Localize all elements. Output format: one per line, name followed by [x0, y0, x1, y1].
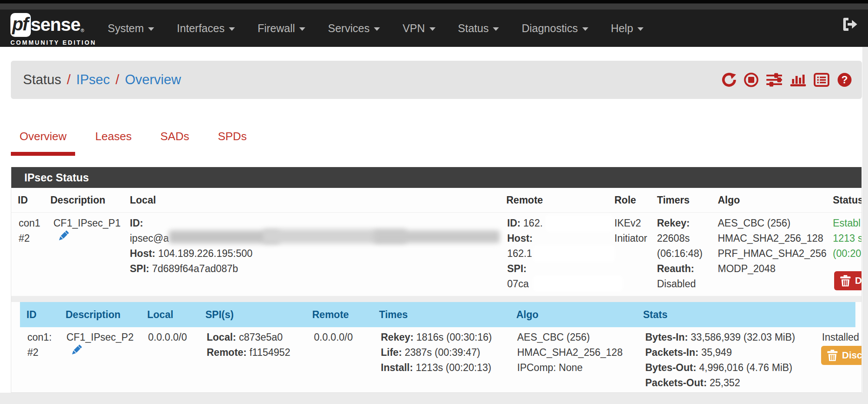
- menu-vpn[interactable]: VPN: [391, 22, 446, 35]
- bar-chart-icon[interactable]: [790, 72, 806, 87]
- tab-spds[interactable]: SPDs: [209, 124, 255, 156]
- ipsec-tabs: Overview Leases SADs SPDs: [11, 124, 267, 156]
- menu-vpn-label: VPN: [403, 22, 425, 35]
- redaction-box: [535, 246, 614, 261]
- redaction-box: [547, 216, 612, 230]
- p2-algo-cell: AES_CBC (256) HMAC_SHA2_256_128 IPComp: …: [517, 330, 623, 375]
- breadcrumb-separator: /: [67, 72, 71, 88]
- p1-col-local: Local: [130, 188, 156, 213]
- chevron-down-icon: [637, 27, 644, 31]
- p1-local-cell: ID: ipsec@a Host: 104.189.226.195:500 SP…: [130, 216, 253, 276]
- p1-timers-cell: Rekey: 22608s (06:16:48) Reauth: Disable…: [657, 216, 703, 292]
- menu-firewall[interactable]: Firewall: [246, 22, 317, 35]
- p2-spis-cell: Local: c873e5a0 Remote: f1154952: [207, 330, 290, 360]
- tab-overview[interactable]: Overview: [11, 124, 75, 156]
- divider: [11, 212, 861, 213]
- p1-col-description: Description: [50, 188, 106, 213]
- breadcrumb-section: Status: [23, 72, 61, 88]
- tab-leases[interactable]: Leases: [86, 124, 140, 156]
- menu-interfaces-label: Interfaces: [177, 22, 224, 35]
- breadcrumb-link-overview[interactable]: Overview: [125, 72, 181, 88]
- p2-col-local: Local: [147, 302, 173, 327]
- chevron-down-icon: [148, 27, 154, 31]
- breadcrumb-link-ipsec[interactable]: IPsec: [76, 72, 110, 88]
- p2-description-cell: CF1_IPsec_P2: [66, 330, 134, 345]
- chevron-down-icon: [299, 27, 305, 31]
- menu-interfaces[interactable]: Interfaces: [165, 22, 246, 35]
- trash-icon: [827, 350, 838, 361]
- p2-local-cell: 0.0.0.0/0: [148, 330, 187, 345]
- menu-system-label: System: [108, 22, 144, 35]
- p1-algo-cell: AES_CBC (256) HMAC_SHA2_256_128 PRF_HMAC…: [718, 216, 827, 276]
- p1-description-cell: CF1_IPsec_P1: [53, 216, 121, 231]
- tab-sads[interactable]: SADs: [152, 124, 198, 156]
- svg-text:?: ?: [842, 74, 848, 85]
- logo-sense-text: sense: [31, 16, 80, 34]
- top-navbar: pf sense ® COMMUNITY EDITION System Inte…: [0, 0, 868, 47]
- p2-times-cell: Rekey: 1816s (00:30:16) Life: 2387s (00:…: [381, 330, 492, 375]
- chevron-down-icon: [229, 27, 235, 31]
- menu-diagnostics[interactable]: Diagnostics: [510, 22, 599, 35]
- menu-services-label: Services: [328, 22, 370, 35]
- p1-col-role: Role: [614, 188, 636, 213]
- p2-status-cell: Installed: [822, 330, 859, 345]
- logout-icon[interactable]: [842, 17, 857, 33]
- tab-leases-label: Leases: [95, 130, 132, 143]
- p2-col-algo: Algo: [516, 302, 538, 327]
- logo-subtitle: COMMUNITY EDITION: [10, 39, 96, 46]
- p2-header-row: ID Description Local SPI(s) Remote Times…: [20, 302, 855, 327]
- window-top-edge: [0, 0, 868, 3]
- page-bottom-strip: [0, 393, 868, 404]
- scrollbar-track[interactable]: [862, 47, 868, 404]
- chevron-down-icon: [493, 27, 499, 31]
- p2-remote-cell: 0.0.0.0/0: [314, 330, 353, 345]
- list-icon[interactable]: [814, 72, 829, 87]
- pfsense-logo[interactable]: pf sense ® COMMUNITY EDITION: [10, 13, 96, 46]
- p1-status-cell: Establ 1213 s (00:20: [833, 216, 862, 261]
- p1-id-cell: con1 #2: [19, 216, 40, 246]
- logo-registered-mark: ®: [81, 28, 84, 33]
- table-gap: [11, 296, 861, 302]
- disconnect-child-button-label: Disco: [842, 350, 862, 361]
- tab-sads-label: SADs: [160, 130, 189, 143]
- p1-col-algo: Algo: [718, 188, 740, 213]
- menu-system[interactable]: System: [96, 22, 165, 35]
- redaction-blur: [374, 230, 500, 243]
- logo-pf-mark: pf: [10, 13, 31, 37]
- p2-stats-cell: Bytes-In: 33,586,939 (32.03 MiB) Packets…: [645, 330, 795, 391]
- p2-col-description: Description: [66, 302, 121, 327]
- menu-help-label: Help: [611, 22, 633, 35]
- chevron-down-icon: [582, 27, 588, 31]
- menu-services[interactable]: Services: [317, 22, 391, 35]
- panel-title-bar: IPsec Status: [11, 167, 861, 188]
- p1-col-id: ID: [18, 188, 28, 213]
- menu-firewall-label: Firewall: [257, 22, 295, 35]
- main-menu: System Interfaces Firewall Services VPN …: [96, 10, 655, 47]
- p1-col-timers: Timers: [657, 188, 690, 213]
- breadcrumb-separator: /: [116, 72, 119, 88]
- chevron-down-icon: [374, 27, 380, 31]
- p1-col-remote: Remote: [506, 188, 543, 213]
- sliders-icon[interactable]: [766, 72, 782, 87]
- panel-title: IPsec Status: [24, 171, 89, 184]
- menu-diagnostics-label: Diagnostics: [521, 22, 578, 35]
- refresh-icon[interactable]: [722, 72, 736, 87]
- disconnect-child-button[interactable]: Disco: [821, 346, 862, 365]
- help-icon[interactable]: ?: [837, 72, 852, 88]
- tab-spds-label: SPDs: [218, 130, 247, 143]
- window-top-strip: [0, 3, 868, 10]
- p2-col-stats: Stats: [643, 302, 667, 327]
- breadcrumb-actions: ?: [722, 61, 852, 99]
- ipsec-status-panel: IPsec Status ID Description Local Remote…: [11, 167, 862, 393]
- menu-help[interactable]: Help: [600, 22, 655, 35]
- redaction-box: [535, 277, 621, 290]
- p2-col-remote: Remote: [312, 302, 349, 327]
- menu-status[interactable]: Status: [447, 22, 511, 35]
- edit-pencil-icon[interactable]: [69, 343, 83, 359]
- p2-id-cell: con1: #2: [27, 330, 52, 360]
- breadcrumb: Status / IPsec / Overview: [23, 61, 181, 99]
- p2-col-times: Times: [379, 302, 408, 327]
- disconnect-button[interactable]: Dis: [834, 271, 862, 290]
- stop-icon[interactable]: [744, 72, 759, 87]
- edit-pencil-icon[interactable]: [56, 229, 70, 245]
